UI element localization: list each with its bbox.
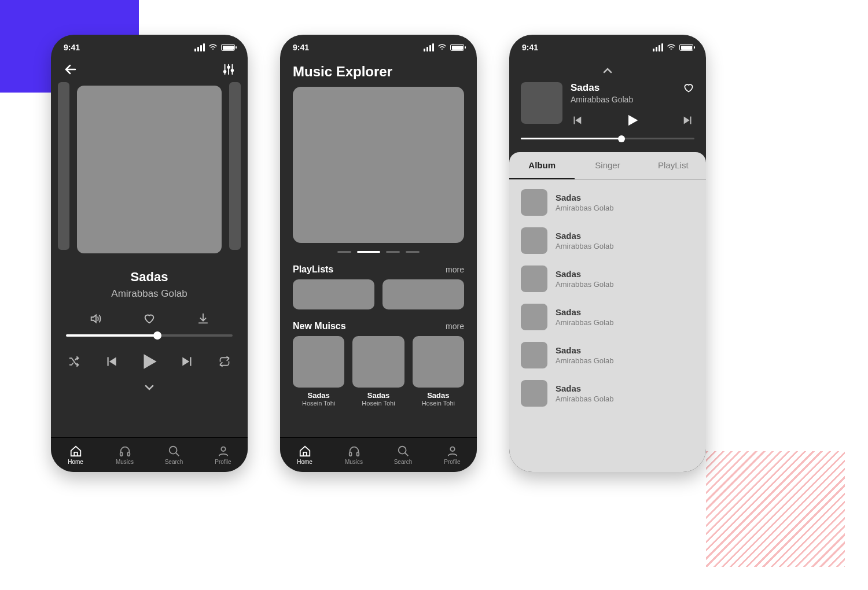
heart-icon bbox=[683, 82, 694, 94]
signal-icon bbox=[653, 43, 663, 51]
mini-favorite-button[interactable] bbox=[683, 82, 694, 94]
next-button[interactable] bbox=[180, 354, 195, 369]
list-item[interactable]: SadasAmirabbas Golab bbox=[517, 260, 698, 298]
section-title: PlayLists bbox=[293, 264, 333, 275]
tab-home[interactable]: Home bbox=[51, 438, 100, 472]
tab-search-label: Search bbox=[394, 459, 413, 465]
heart-icon bbox=[143, 312, 156, 325]
section-head-newmusics: New Muiscs more bbox=[280, 318, 477, 336]
wifi-icon bbox=[437, 44, 447, 51]
tab-musics-label: Musics bbox=[345, 459, 363, 465]
track-list[interactable]: SadasAmirabbas Golab SadasAmirabbas Gola… bbox=[509, 180, 706, 472]
page-title: Music Explorer bbox=[280, 60, 477, 87]
repeat-button[interactable] bbox=[219, 356, 230, 367]
volume-icon bbox=[89, 312, 102, 325]
list-thumb bbox=[521, 304, 547, 330]
headphones-icon bbox=[119, 445, 131, 458]
collapse-button[interactable] bbox=[142, 381, 156, 394]
music-card[interactable]: Sadas Hosein Tohi bbox=[413, 336, 464, 407]
sliders-icon bbox=[222, 63, 235, 76]
list-item[interactable]: SadasAmirabbas Golab bbox=[517, 183, 698, 222]
expand-button[interactable] bbox=[601, 64, 615, 78]
mini-progress-fill bbox=[521, 138, 621, 139]
album-art-prev bbox=[58, 82, 69, 250]
featured-banner[interactable] bbox=[293, 87, 464, 243]
svg-point-9 bbox=[398, 447, 406, 454]
signal-icon bbox=[194, 43, 205, 51]
tab-profile[interactable]: Profile bbox=[428, 438, 477, 472]
decorative-pink-stripes bbox=[706, 451, 845, 567]
tab-bar: Home Musics Search Profile bbox=[51, 437, 248, 472]
music-cover bbox=[352, 336, 404, 388]
shuffle-button[interactable] bbox=[68, 356, 80, 367]
music-card[interactable]: Sadas Hosein Tohi bbox=[352, 336, 404, 407]
segment-singer[interactable]: Singer bbox=[575, 152, 640, 179]
phone-mockups-row: 9:41 Sadas Amirabbas Golab bbox=[51, 35, 706, 472]
list-artist: Amirabbas Golab bbox=[556, 318, 613, 327]
mini-previous-button[interactable] bbox=[571, 114, 583, 127]
dot-active bbox=[357, 251, 380, 253]
list-item[interactable]: SadasAmirabbas Golab bbox=[517, 222, 698, 260]
mini-album-art bbox=[521, 82, 562, 124]
tab-home-label: Home bbox=[297, 459, 312, 465]
tab-home-label: Home bbox=[68, 459, 83, 465]
mini-progress-bar[interactable] bbox=[521, 138, 694, 139]
music-card[interactable]: Sadas Hosein Tohi bbox=[293, 336, 344, 407]
previous-button[interactable] bbox=[104, 354, 119, 369]
phone-explorer: 9:41 Music Explorer PlayLists more New M… bbox=[280, 35, 477, 472]
list-item[interactable]: SadasAmirabbas Golab bbox=[517, 374, 698, 412]
list-artist: Amirabbas Golab bbox=[556, 356, 613, 365]
favorite-button[interactable] bbox=[143, 312, 156, 325]
section-title: New Muiscs bbox=[293, 321, 346, 331]
status-bar: 9:41 bbox=[51, 35, 248, 60]
skip-back-icon bbox=[571, 114, 583, 127]
tab-musics[interactable]: Musics bbox=[329, 438, 378, 472]
progress-knob[interactable] bbox=[153, 331, 161, 340]
progress-bar[interactable] bbox=[66, 334, 233, 337]
bottom-sheet: Album Singer PlayList SadasAmirabbas Gol… bbox=[509, 152, 706, 472]
download-button[interactable] bbox=[197, 312, 209, 325]
tab-home[interactable]: Home bbox=[280, 438, 329, 472]
svg-rect-7 bbox=[349, 452, 351, 456]
playlist-card[interactable] bbox=[293, 279, 374, 309]
play-button[interactable] bbox=[138, 351, 160, 373]
album-art-carousel[interactable] bbox=[51, 82, 248, 253]
playlists-more-button[interactable]: more bbox=[446, 265, 464, 274]
list-thumb bbox=[521, 227, 547, 254]
music-cover bbox=[413, 336, 464, 388]
search-icon bbox=[397, 445, 410, 458]
download-icon bbox=[197, 312, 209, 325]
list-artist: Amirabbas Golab bbox=[556, 242, 613, 250]
track-artist: Amirabbas Golab bbox=[51, 288, 248, 300]
status-bar: 9:41 bbox=[509, 35, 706, 60]
newmusics-more-button[interactable]: more bbox=[446, 322, 464, 331]
svg-rect-4 bbox=[127, 452, 130, 456]
list-title: Sadas bbox=[556, 384, 613, 393]
shuffle-icon bbox=[68, 356, 80, 367]
list-artist: Amirabbas Golab bbox=[556, 204, 613, 212]
list-thumb bbox=[521, 189, 547, 216]
tab-profile[interactable]: Profile bbox=[198, 438, 248, 472]
home-icon bbox=[69, 445, 82, 458]
mini-next-button[interactable] bbox=[682, 114, 694, 127]
tab-search[interactable]: Search bbox=[149, 438, 198, 472]
carousel-indicator[interactable] bbox=[280, 243, 477, 261]
list-item[interactable]: SadasAmirabbas Golab bbox=[517, 336, 698, 374]
segment-album[interactable]: Album bbox=[509, 152, 575, 179]
music-artist: Hosein Tohi bbox=[422, 400, 455, 407]
mini-play-button[interactable] bbox=[624, 112, 641, 128]
volume-button[interactable] bbox=[89, 312, 102, 325]
music-title: Sadas bbox=[367, 391, 389, 400]
tab-search[interactable]: Search bbox=[378, 438, 428, 472]
home-icon bbox=[299, 445, 311, 458]
equalizer-button[interactable] bbox=[222, 63, 235, 76]
svg-point-10 bbox=[450, 447, 454, 451]
user-icon bbox=[446, 445, 459, 458]
status-time: 9:41 bbox=[293, 43, 309, 52]
segment-playlist[interactable]: PlayList bbox=[641, 152, 706, 179]
playlist-card[interactable] bbox=[382, 279, 464, 309]
mini-progress-knob[interactable] bbox=[618, 135, 625, 142]
tab-musics[interactable]: Musics bbox=[100, 438, 149, 472]
back-button[interactable] bbox=[64, 62, 78, 76]
list-item[interactable]: SadasAmirabbas Golab bbox=[517, 298, 698, 336]
